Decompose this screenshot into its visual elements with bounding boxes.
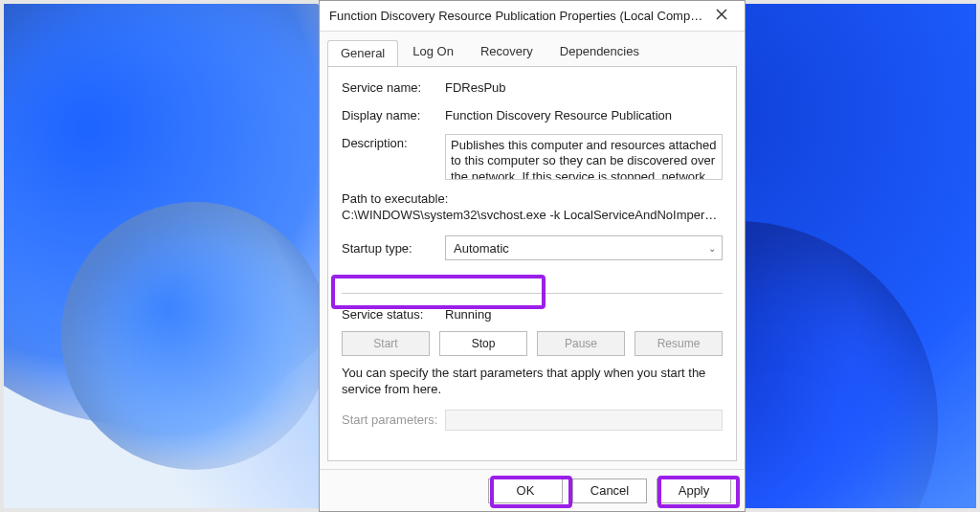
close-button[interactable] [704, 3, 739, 30]
ok-button[interactable]: OK [488, 479, 563, 503]
window-title: Function Discovery Resource Publication … [329, 9, 704, 23]
dialog-footer: OK Cancel Apply [320, 469, 745, 511]
label-display-name: Display name: [342, 106, 445, 122]
value-service-status: Running [445, 307, 491, 322]
stop-button[interactable]: Stop [439, 331, 527, 356]
label-path: Path to executable: [342, 191, 723, 206]
value-path: C:\WINDOWS\system32\svchost.exe -k Local… [342, 208, 723, 222]
value-display-name: Function Discovery Resource Publication [445, 106, 723, 122]
chevron-down-icon: ⌄ [708, 243, 716, 254]
cancel-button[interactable]: Cancel [572, 479, 647, 503]
label-start-parameters: Start parameters: [342, 412, 445, 427]
row-startup-type: Startup type: Automatic ⌄ [342, 235, 723, 260]
tab-panel-general: Service name: FDResPub Display name: Fun… [327, 66, 737, 461]
hint-text: You can specify the start parameters tha… [342, 366, 723, 398]
value-service-name: FDResPub [445, 78, 723, 95]
row-display-name: Display name: Function Discovery Resourc… [342, 106, 723, 122]
label-startup-type: Startup type: [342, 241, 445, 256]
tab-log-on[interactable]: Log On [400, 39, 466, 66]
select-startup-value: Automatic [454, 241, 509, 256]
row-service-name: Service name: FDResPub [342, 78, 723, 95]
resume-button: Resume [635, 331, 723, 356]
decorative-petal [61, 202, 329, 470]
row-path: Path to executable: C:\WINDOWS\system32\… [342, 191, 723, 222]
service-control-buttons: Start Stop Pause Resume [342, 331, 723, 356]
separator [342, 293, 723, 294]
titlebar[interactable]: Function Discovery Resource Publication … [320, 1, 745, 32]
select-startup-type[interactable]: Automatic ⌄ [445, 235, 723, 260]
row-description: Description: Publishes this computer and… [342, 134, 723, 180]
label-description: Description: [342, 134, 445, 150]
apply-button[interactable]: Apply [657, 479, 731, 503]
tab-dependencies[interactable]: Dependencies [547, 39, 652, 66]
label-service-name: Service name: [342, 78, 445, 95]
pause-button: Pause [537, 331, 625, 356]
row-service-status: Service status: Running [342, 307, 723, 322]
label-service-status: Service status: [342, 307, 445, 322]
service-properties-dialog: Function Discovery Resource Publication … [319, 0, 746, 512]
tab-general[interactable]: General [327, 40, 398, 67]
tab-recovery[interactable]: Recovery [468, 39, 546, 66]
start-button: Start [342, 331, 430, 356]
textarea-description[interactable]: Publishes this computer and resources at… [445, 134, 723, 180]
close-icon [716, 9, 727, 23]
tabstrip: General Log On Recovery Dependencies [320, 32, 745, 66]
input-start-parameters [445, 410, 723, 431]
row-start-parameters: Start parameters: [342, 410, 723, 431]
